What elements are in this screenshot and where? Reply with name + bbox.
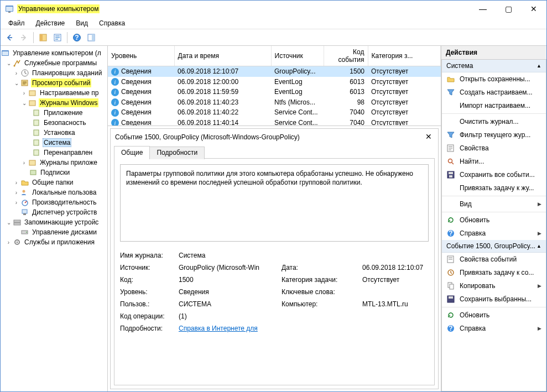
event-grid[interactable]: Уровень Дата и время Источник Код событи… — [108, 46, 441, 126]
svg-rect-29 — [22, 210, 27, 213]
action-save-all[interactable]: Сохранить все событи... — [442, 168, 546, 181]
svg-rect-25 — [29, 160, 35, 165]
col-category[interactable]: Категория з... — [368, 46, 441, 66]
tree-event-viewer[interactable]: ⌄Просмотр событий — [1, 78, 107, 88]
tab-details[interactable]: Подробности — [149, 147, 205, 159]
save-icon — [446, 170, 455, 179]
action-open-saved[interactable]: Открыть сохраненны... — [442, 72, 546, 86]
help-online-link[interactable]: Справка в Интернете для — [179, 325, 429, 332]
chevron-right-icon: ▶ — [538, 283, 541, 289]
svg-rect-4 — [40, 34, 43, 41]
help-button[interactable]: ? — [70, 31, 84, 44]
col-eventid[interactable]: Код события — [324, 46, 368, 66]
action-event-properties[interactable]: Свойства событий — [442, 253, 546, 266]
show-hide-tree-button[interactable] — [37, 31, 50, 44]
tree-sys-tools[interactable]: ⌄Служебные программы — [1, 58, 107, 68]
actions-group-system[interactable]: Система▲ — [442, 60, 546, 72]
tree-shared-folders[interactable]: ›Общие папки — [1, 177, 107, 187]
tree-pane[interactable]: Управление компьютером (л ⌄Служебные про… — [1, 46, 108, 391]
tree-log-security[interactable]: Безопасность — [1, 118, 107, 128]
action-refresh-2[interactable]: Обновить — [442, 309, 546, 322]
tree-log-system[interactable]: Система — [1, 138, 107, 148]
info-icon: i — [111, 88, 119, 96]
table-row[interactable]: iСведения06.09.2018 11:40:23Ntfs (Micros… — [108, 97, 441, 108]
detail-close-button[interactable]: ✕ — [424, 132, 434, 142]
table-row[interactable]: iСведения06.09.2018 11:40:22Service Cont… — [108, 107, 441, 118]
table-row[interactable]: iСведения06.09.2018 12:00:00EventLog6013… — [108, 77, 441, 87]
action-help[interactable]: ?Справка▶ — [442, 227, 546, 240]
filter-icon — [446, 130, 455, 139]
action-clear-log[interactable]: Очистить журнал... — [442, 115, 546, 128]
tree-log-setup[interactable]: Установка — [1, 128, 107, 138]
tree-services-apps[interactable]: ›Службы и приложения — [1, 237, 107, 247]
save-icon — [446, 295, 455, 304]
col-source[interactable]: Источник — [271, 46, 324, 66]
info-icon: i — [111, 98, 119, 106]
minimize-button[interactable]: — — [470, 1, 496, 17]
tree-storage[interactable]: ⌄Запоминающие устройс — [1, 217, 107, 227]
table-row[interactable]: iСведения06.09.2018 11:40:14Service Cont… — [108, 118, 441, 127]
svg-point-34 — [26, 232, 27, 233]
tree-app-logs[interactable]: ›Журналы приложе — [1, 158, 107, 168]
action-create-custom[interactable]: Создать настраиваем... — [442, 86, 546, 99]
tree-disk-management[interactable]: Управление дисками — [1, 227, 107, 237]
action-attach-task-event[interactable]: Привязать задачу к со... — [442, 266, 546, 279]
detail-title: Событие 1500, GroupPolicy (Microsoft-Win… — [115, 133, 424, 141]
show-hide-action-pane-button[interactable] — [85, 31, 98, 44]
table-row[interactable]: iСведения06.09.2018 11:59:59EventLog6013… — [108, 87, 441, 97]
back-button[interactable] — [3, 31, 16, 44]
titlebar: Управление компьютером — ▢ ✕ — [1, 1, 546, 17]
menu-help[interactable]: Справка — [95, 18, 129, 28]
tab-general[interactable]: Общие — [114, 146, 150, 159]
menu-view[interactable]: Вид — [71, 18, 92, 28]
svg-rect-49 — [449, 296, 453, 299]
funnel-icon — [446, 88, 455, 97]
tree-local-users[interactable]: ›Локальные пользова — [1, 187, 107, 197]
chevron-right-icon: ▶ — [538, 201, 541, 207]
table-row[interactable]: iСведения06.09.2018 12:10:07GroupPolicy.… — [108, 66, 441, 77]
svg-rect-40 — [449, 172, 453, 174]
close-button[interactable]: ✕ — [521, 1, 546, 17]
svg-rect-47 — [450, 284, 454, 289]
svg-rect-7 — [55, 37, 60, 38]
menu-file[interactable]: Файл — [4, 18, 29, 28]
action-refresh[interactable]: Обновить — [442, 213, 546, 227]
properties-button[interactable] — [51, 31, 64, 44]
forward-button[interactable] — [17, 31, 30, 44]
action-copy[interactable]: Копировать▶ — [442, 279, 546, 292]
tree-log-application[interactable]: Приложение — [1, 108, 107, 118]
maximize-button[interactable]: ▢ — [496, 1, 521, 17]
action-import-custom[interactable]: Импорт настраиваем... — [442, 99, 546, 112]
info-icon: i — [111, 109, 119, 117]
menubar: Файл Действие Вид Справка — [1, 17, 546, 29]
action-help-2[interactable]: ?Справка▶ — [442, 322, 546, 335]
app-icon — [5, 4, 14, 13]
tree-task-scheduler[interactable]: ›Планировщик заданий — [1, 68, 107, 78]
svg-rect-19 — [29, 101, 35, 106]
tree-custom-views[interactable]: ›Настраиваемые пр — [1, 88, 107, 98]
tree-root[interactable]: Управление компьютером (л — [1, 48, 107, 58]
action-find[interactable]: Найти... — [442, 155, 546, 168]
tree-performance[interactable]: ›Производительность — [1, 197, 107, 207]
menu-action[interactable]: Действие — [32, 18, 70, 28]
svg-rect-8 — [55, 39, 58, 40]
chevron-right-icon: ▶ — [538, 231, 541, 236]
action-view[interactable]: Вид▶ — [442, 197, 546, 211]
tree-subscriptions[interactable]: Подписки — [1, 168, 107, 177]
svg-point-36 — [17, 242, 18, 243]
actions-group-event[interactable]: Событие 1500, GroupPolicy... ▲ — [442, 240, 546, 253]
tree-windows-logs[interactable]: ⌄Журналы Windows — [1, 98, 107, 108]
col-date[interactable]: Дата и время — [174, 46, 271, 66]
svg-point-38 — [449, 159, 452, 163]
col-level[interactable]: Уровень — [108, 46, 174, 66]
svg-rect-22 — [34, 130, 39, 135]
toolbar: ? — [1, 29, 546, 46]
action-save-selected[interactable]: Сохранить выбранны... — [442, 292, 546, 306]
action-properties[interactable]: Свойства — [442, 142, 546, 155]
action-filter[interactable]: Фильтр текущего жур... — [442, 128, 546, 142]
tree-log-forwarded[interactable]: Перенаправлен — [1, 148, 107, 158]
svg-rect-18 — [29, 91, 35, 96]
tree-device-manager[interactable]: Диспетчер устройств — [1, 207, 107, 217]
find-icon — [446, 157, 455, 166]
action-attach-task[interactable]: Привязать задачу к жу... — [442, 181, 546, 195]
